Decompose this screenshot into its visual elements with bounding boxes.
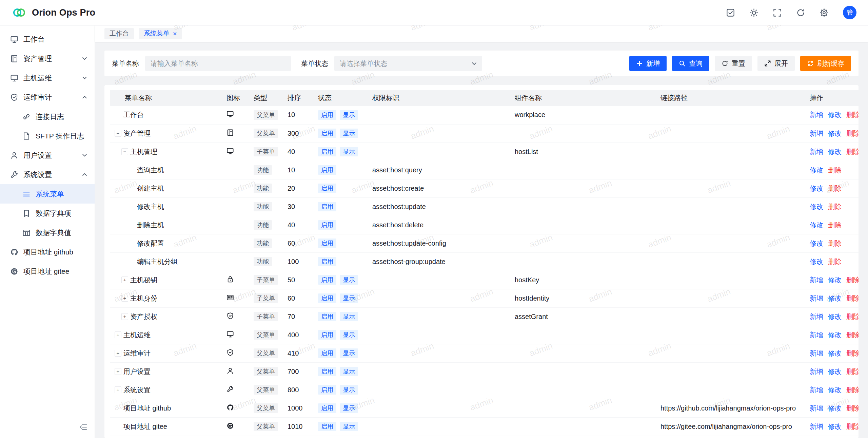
- settings-gear-icon[interactable]: [820, 8, 829, 17]
- status-badge-enabled: 启用: [318, 220, 336, 230]
- sidebar-item-github[interactable]: 项目地址 github: [0, 242, 95, 262]
- edit-action-link[interactable]: 修改: [828, 404, 842, 412]
- row-expand-button[interactable]: +: [121, 313, 128, 320]
- sidebar-menu: 工作台资产管理主机运维运维审计连接日志SFTP 操作日志用户设置系统设置系统菜单…: [0, 30, 95, 281]
- cell-icon-col: [222, 216, 249, 234]
- sidebar-item-host-ops[interactable]: 主机运维: [0, 68, 95, 88]
- delete-action-link[interactable]: 删除: [846, 276, 859, 284]
- sidebar-item-workbench[interactable]: 工作台: [0, 30, 95, 49]
- edit-action-link[interactable]: 修改: [828, 148, 842, 155]
- sidebar-item-gitee[interactable]: 项目地址 gitee: [0, 262, 95, 281]
- cell-menu-name: +主机身份: [110, 289, 222, 307]
- cell-link-path: [656, 179, 805, 197]
- cell-actions: 新增修改删除: [805, 417, 859, 436]
- collapse-sidebar-icon[interactable]: [79, 423, 87, 431]
- edit-action-link[interactable]: 修改: [810, 203, 823, 210]
- edit-action-link[interactable]: 修改: [810, 166, 823, 174]
- reset-button[interactable]: 重置: [715, 56, 752, 71]
- edit-action-link[interactable]: 修改: [828, 423, 842, 430]
- menu-status-select[interactable]: 请选择菜单状态: [334, 56, 482, 71]
- edit-action-link[interactable]: 修改: [828, 368, 842, 375]
- add-action-link[interactable]: 新增: [810, 331, 823, 339]
- search-button[interactable]: 查询: [672, 56, 709, 71]
- edit-action-link[interactable]: 修改: [828, 313, 842, 320]
- theme-sun-icon[interactable]: [749, 8, 758, 17]
- edit-action-link[interactable]: 修改: [810, 221, 823, 229]
- sidebar-item-dict-keys[interactable]: 数据字典项: [0, 204, 95, 223]
- add-action-link[interactable]: 新增: [810, 313, 823, 320]
- tab-workbench[interactable]: 工作台: [104, 28, 134, 39]
- refresh-cache-button[interactable]: 刷新缓存: [800, 56, 851, 71]
- delete-action-link[interactable]: 删除: [846, 349, 859, 357]
- row-collapse-button[interactable]: −: [121, 148, 128, 155]
- sidebar-item-asset-management[interactable]: 资产管理: [0, 49, 95, 68]
- delete-action-link[interactable]: 删除: [828, 258, 842, 265]
- add-action-link[interactable]: 新增: [810, 368, 823, 375]
- sidebar-item-ops-audit[interactable]: 运维审计: [0, 88, 95, 107]
- user-icon: [226, 367, 234, 375]
- book-icon: [226, 129, 234, 136]
- row-expand-button[interactable]: +: [115, 331, 121, 338]
- add-action-link[interactable]: 新增: [810, 130, 823, 137]
- edit-action-link[interactable]: 修改: [810, 185, 823, 192]
- edit-action-link[interactable]: 修改: [828, 331, 842, 339]
- type-tag: 功能: [254, 202, 272, 211]
- add-action-link[interactable]: 新增: [810, 276, 823, 284]
- edit-action-link[interactable]: 修改: [828, 294, 842, 302]
- row-expand-button[interactable]: +: [115, 368, 121, 375]
- fullscreen-icon[interactable]: [773, 8, 782, 17]
- row-expand-button[interactable]: +: [115, 386, 121, 393]
- row-expand-button[interactable]: +: [121, 277, 128, 283]
- edit-action-link[interactable]: 修改: [828, 349, 842, 357]
- add-button[interactable]: 新增: [629, 56, 667, 71]
- sidebar-item-sftp-log[interactable]: SFTP 操作日志: [0, 126, 95, 146]
- sidebar-item-connect-log[interactable]: 连接日志: [0, 107, 95, 126]
- tab-system-menu[interactable]: 系统菜单×: [139, 28, 182, 39]
- sidebar-item-user-settings[interactable]: 用户设置: [0, 146, 95, 165]
- sidebar-item-system-settings[interactable]: 系统设置: [0, 165, 95, 184]
- delete-action-link[interactable]: 删除: [846, 368, 859, 375]
- row-expand-button[interactable]: +: [115, 350, 121, 357]
- check-square-icon[interactable]: [726, 8, 735, 17]
- edit-action-link[interactable]: 修改: [828, 386, 842, 394]
- sidebar-item-dict-values[interactable]: 数据字典值: [0, 223, 95, 242]
- delete-action-link[interactable]: 删除: [846, 386, 859, 394]
- row-expand-button[interactable]: +: [121, 295, 128, 302]
- avatar[interactable]: 管: [843, 6, 856, 19]
- tab-close-icon[interactable]: ×: [173, 30, 177, 37]
- refresh-icon[interactable]: [796, 8, 805, 17]
- delete-action-link[interactable]: 删除: [828, 221, 842, 229]
- add-action-link[interactable]: 新增: [810, 294, 823, 302]
- cell-sort: 100: [283, 252, 313, 271]
- delete-action-link[interactable]: 删除: [846, 148, 859, 155]
- edit-action-link[interactable]: 修改: [810, 258, 823, 265]
- sidebar-item-system-menu[interactable]: 系统菜单: [0, 184, 95, 204]
- add-action-link[interactable]: 新增: [810, 148, 823, 155]
- edit-action-link[interactable]: 修改: [828, 130, 842, 137]
- status-badge-enabled: 启用: [318, 422, 336, 431]
- edit-action-link[interactable]: 修改: [828, 111, 842, 118]
- delete-action-link[interactable]: 删除: [846, 111, 859, 118]
- delete-action-link[interactable]: 删除: [828, 166, 842, 174]
- add-action-link[interactable]: 新增: [810, 386, 823, 394]
- edit-action-link[interactable]: 修改: [810, 240, 823, 247]
- delete-action-link[interactable]: 删除: [846, 313, 859, 320]
- type-tag: 功能: [254, 239, 272, 248]
- row-collapse-button[interactable]: −: [115, 130, 121, 137]
- add-action-link[interactable]: 新增: [810, 349, 823, 357]
- add-action-link[interactable]: 新增: [810, 404, 823, 412]
- delete-action-link[interactable]: 删除: [828, 203, 842, 210]
- add-action-link[interactable]: 新增: [810, 111, 823, 118]
- menu-name-input[interactable]: [145, 56, 291, 71]
- add-action-link[interactable]: 新增: [810, 423, 823, 430]
- delete-action-link[interactable]: 删除: [846, 130, 859, 137]
- delete-action-link[interactable]: 删除: [846, 331, 859, 339]
- delete-action-link[interactable]: 删除: [846, 404, 859, 412]
- table-row: 修改配置功能60启用asset:host:update-config修改删除: [110, 234, 859, 252]
- delete-action-link[interactable]: 删除: [828, 185, 842, 192]
- delete-action-link[interactable]: 删除: [828, 240, 842, 247]
- expand-button[interactable]: 展开: [757, 56, 795, 71]
- delete-action-link[interactable]: 删除: [846, 294, 859, 302]
- delete-action-link[interactable]: 删除: [846, 423, 859, 430]
- edit-action-link[interactable]: 修改: [828, 276, 842, 284]
